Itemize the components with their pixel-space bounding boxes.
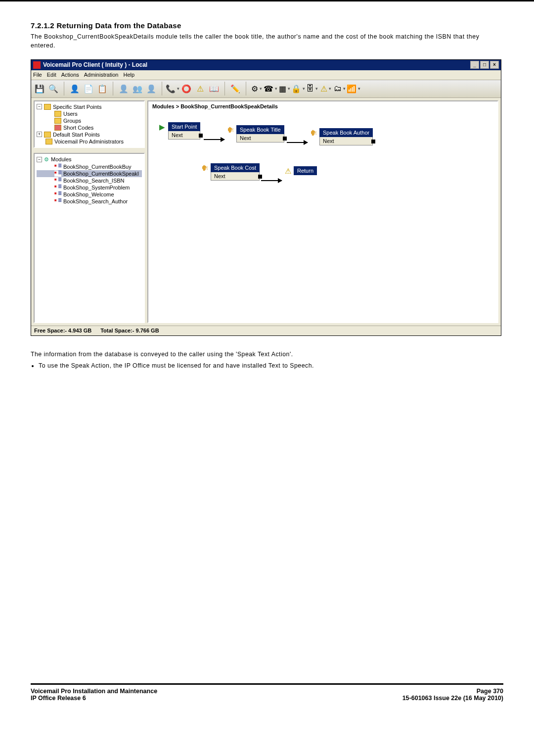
- person-del-icon[interactable]: 👤: [146, 83, 157, 94]
- maximize-button[interactable]: □: [480, 61, 489, 69]
- menu-actions[interactable]: Actions: [61, 72, 79, 78]
- app-window: Voicemail Pro Client ( Intuity ) - Local…: [31, 59, 501, 336]
- book-icon[interactable]: 📖: [209, 83, 220, 94]
- pencil-icon[interactable]: ✏️: [230, 83, 241, 94]
- speak-icon: 🗣: [309, 128, 318, 138]
- node-start[interactable]: ▶ Start Point Next: [168, 122, 200, 140]
- person-add-icon[interactable]: 👤: [118, 83, 129, 94]
- minimize-button[interactable]: _: [470, 61, 479, 69]
- post-para: The information from the database is con…: [31, 350, 503, 359]
- module-item: BookShop_CurrentBookBuy: [37, 163, 142, 170]
- users-icon[interactable]: 👤: [69, 83, 80, 94]
- paste-icon[interactable]: 📋: [97, 83, 108, 94]
- close-button[interactable]: ×: [490, 61, 499, 69]
- module-item: BookShop_Search_Author: [37, 198, 142, 205]
- module-item-selected: BookShop_CurrentBookSpeakI: [37, 170, 142, 177]
- canvas-breadcrumb: Modules > BookShop_CurrentBookSpeakDetai…: [148, 101, 497, 111]
- lock-icon[interactable]: 🔒: [293, 83, 304, 94]
- list-icon[interactable]: 🗂: [334, 83, 345, 94]
- start-points-tree[interactable]: −Specific Start Points Users Groups Shor…: [34, 100, 145, 148]
- module-item: BookShop_Welcome: [37, 191, 142, 198]
- node-return[interactable]: ⚠ Return: [294, 166, 317, 175]
- node-speak-cost[interactable]: 🗣 Speak Book Cost Next: [211, 163, 260, 181]
- save-icon[interactable]: 💾: [34, 83, 45, 94]
- prefs-icon[interactable]: 🔍: [48, 83, 59, 94]
- statusbar: Free Space:- 4.943 GB Total Space:- 9.76…: [31, 326, 501, 335]
- person2-icon[interactable]: 👥: [132, 83, 143, 94]
- modules-tree[interactable]: −⚙Modules BookShop_CurrentBookBuy BookSh…: [34, 153, 145, 323]
- speak-icon: 🗣: [225, 125, 235, 135]
- phone-icon[interactable]: 📞: [167, 83, 178, 94]
- warning-icon: ⚠: [283, 166, 293, 176]
- gear-icon[interactable]: ⚙: [251, 83, 262, 94]
- node-speak-author[interactable]: 🗣 Speak Book Author Next: [319, 128, 373, 145]
- speak-icon: 🗣: [200, 163, 210, 173]
- app-icon: [33, 61, 41, 69]
- record-icon[interactable]: ⭕: [181, 83, 192, 94]
- menu-file[interactable]: File: [33, 72, 42, 78]
- alert-icon[interactable]: ⚠: [195, 83, 206, 94]
- node-speak-title[interactable]: 🗣 Speak Book Title Next: [236, 125, 284, 142]
- play-icon: ▶: [157, 122, 167, 132]
- section-title: 7.2.1.2 Returning Data from the Database: [31, 21, 503, 30]
- db-icon[interactable]: 🗄: [307, 83, 317, 94]
- module-canvas[interactable]: Modules > BookShop_CurrentBookSpeakDetai…: [147, 100, 498, 323]
- menu-help[interactable]: Help: [123, 72, 134, 78]
- toolbar: 💾 🔍 👤 📄 📋 👤 👥 👤 📞 ⭕ ⚠ 📖 ✏️ ⚙ ☎ ▦ 🔒 🗄 ⚠: [31, 80, 501, 98]
- tri-icon[interactable]: ⚠: [320, 83, 331, 94]
- module-item: BookShop_SystemProblem: [37, 184, 142, 191]
- grid-icon[interactable]: ▦: [279, 83, 290, 94]
- page-footer: Voicemail Pro Installation and Maintenan…: [31, 683, 503, 702]
- section-intro: The Bookshop_CurrentBookSpeakDetails mod…: [31, 33, 503, 50]
- menu-admin[interactable]: Administration: [84, 72, 119, 78]
- window-title: Voicemail Pro Client ( Intuity ) - Local: [43, 61, 147, 68]
- menu-edit[interactable]: Edit: [47, 72, 56, 78]
- menubar[interactable]: File Edit Actions Administration Help: [31, 70, 501, 80]
- titlebar[interactable]: Voicemail Pro Client ( Intuity ) - Local…: [31, 60, 501, 70]
- phone2-icon[interactable]: ☎: [265, 83, 276, 94]
- eq-icon[interactable]: 📶: [348, 83, 359, 94]
- module-item: BookShop_Search_ISBN: [37, 177, 142, 184]
- post-bullet: To use the Speak Action, the IP Office m…: [39, 361, 503, 371]
- copy-icon[interactable]: 📄: [83, 83, 94, 94]
